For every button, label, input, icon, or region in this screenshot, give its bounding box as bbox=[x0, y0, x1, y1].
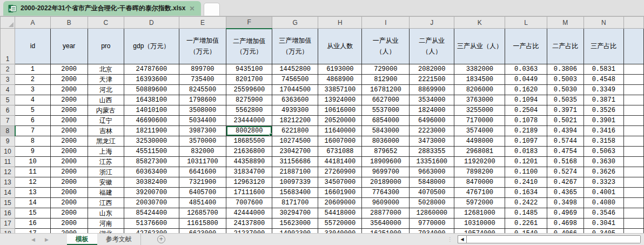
select-all-corner[interactable] bbox=[1, 17, 15, 29]
cell[interactable]: 0.3041 bbox=[583, 218, 623, 229]
cell[interactable]: 25599600 bbox=[226, 85, 272, 95]
close-icon[interactable]: ✕ bbox=[189, 5, 194, 12]
cell[interactable]: 0.2189 bbox=[505, 126, 547, 136]
cell[interactable]: 0.5063 bbox=[583, 147, 623, 157]
cell[interactable]: 17044500 bbox=[272, 85, 318, 95]
cell[interactable]: 2000 bbox=[50, 136, 88, 147]
cell-partial[interactable] bbox=[623, 95, 643, 105]
field-header[interactable]: 二产增加值 （万元） bbox=[226, 29, 272, 64]
cell[interactable]: 2968081 bbox=[454, 147, 505, 157]
cell[interactable]: 12860000 bbox=[410, 208, 454, 218]
cell[interactable]: 3570000 bbox=[179, 136, 226, 147]
sheet-next-icon[interactable]: ▶ bbox=[45, 234, 49, 245]
cell[interactable]: 3382000 bbox=[454, 64, 505, 75]
cell[interactable]: 10310000 bbox=[454, 218, 505, 229]
cell[interactable]: 0.1620 bbox=[505, 85, 547, 95]
cell[interactable]: 0.4394 bbox=[547, 126, 583, 136]
cell[interactable]: 23444000 bbox=[226, 116, 272, 126]
cell[interactable]: 0.0363 bbox=[505, 64, 547, 75]
cell[interactable]: 11640000 bbox=[318, 126, 362, 136]
cell[interactable]: 729000 bbox=[362, 64, 410, 75]
cell[interactable]: 6405700 bbox=[179, 188, 226, 198]
cell[interactable]: 7934000 bbox=[410, 229, 454, 234]
cell[interactable]: 44358890 bbox=[226, 157, 272, 167]
cell[interactable]: 50889600 bbox=[124, 85, 179, 95]
cell[interactable]: 16781200 bbox=[362, 85, 410, 95]
cell[interactable]: 0.1485 bbox=[505, 208, 547, 218]
cell[interactable]: 9435100 bbox=[226, 64, 272, 75]
cell[interactable]: 15623000 bbox=[272, 218, 318, 229]
cell[interactable]: 18685500 bbox=[226, 136, 272, 147]
cell[interactable]: 9770000 bbox=[410, 218, 454, 229]
splitter-grip-icon[interactable]: ⋮ bbox=[447, 236, 453, 242]
cell[interactable]: 6363600 bbox=[272, 95, 318, 105]
cell[interactable]: 0.3158 bbox=[583, 136, 623, 147]
sheet-tab-references[interactable]: 参考文献 bbox=[97, 234, 141, 245]
cell[interactable]: 内蒙古 bbox=[88, 105, 124, 116]
cell[interactable]: 15 bbox=[15, 208, 51, 218]
cell[interactable]: 21887100 bbox=[272, 167, 318, 177]
cell[interactable]: 河北 bbox=[88, 85, 124, 95]
cell[interactable]: 51376600 bbox=[124, 218, 179, 229]
cell[interactable]: 16601900 bbox=[318, 188, 362, 198]
cell[interactable]: 16007000 bbox=[318, 136, 362, 147]
cell[interactable]: 28877000 bbox=[362, 208, 410, 218]
row-header-7[interactable]: 7 bbox=[1, 116, 15, 126]
cell[interactable]: 20520000 bbox=[318, 116, 362, 126]
cell[interactable]: 5537000 bbox=[362, 105, 410, 116]
field-header[interactable]: year bbox=[50, 29, 88, 64]
cell[interactable]: 2000 bbox=[50, 208, 88, 218]
cell[interactable]: 2000 bbox=[50, 64, 88, 75]
cell-partial[interactable] bbox=[623, 105, 643, 116]
cell[interactable]: 4851400 bbox=[179, 198, 226, 208]
cell[interactable]: 14902300 bbox=[272, 229, 318, 234]
cell[interactable]: 8470000 bbox=[454, 177, 505, 188]
cell[interactable]: 15683400 bbox=[272, 188, 318, 198]
cell[interactable]: 2 bbox=[15, 75, 51, 85]
cell[interactable]: 8201700 bbox=[226, 75, 272, 85]
cell[interactable]: 0.3323 bbox=[583, 177, 623, 188]
cell[interactable]: 吉林 bbox=[88, 126, 124, 136]
cell[interactable]: 7456500 bbox=[272, 75, 318, 85]
cell[interactable]: 4939300 bbox=[272, 105, 318, 116]
column-header-C[interactable]: C bbox=[88, 17, 124, 29]
cell[interactable]: 899700 bbox=[179, 64, 226, 75]
cell[interactable]: 5972000 bbox=[454, 198, 505, 208]
cell[interactable]: 0.5831 bbox=[583, 64, 623, 75]
cell[interactable]: 832000 bbox=[179, 147, 226, 157]
cell[interactable]: 江苏 bbox=[88, 157, 124, 167]
row-header-11[interactable]: 11 bbox=[1, 157, 15, 167]
cell[interactable]: 5848000 bbox=[410, 177, 454, 188]
cell-partial[interactable] bbox=[623, 218, 643, 229]
cell[interactable]: 3 bbox=[15, 85, 51, 95]
cell[interactable]: 0.2422 bbox=[505, 198, 547, 208]
cell[interactable]: 2082000 bbox=[410, 64, 454, 75]
cell[interactable]: 辽宁 bbox=[88, 116, 124, 126]
cell[interactable]: 河南 bbox=[88, 218, 124, 229]
cell[interactable]: 0.0183 bbox=[505, 147, 547, 157]
cell[interactable]: 10 bbox=[15, 157, 51, 167]
cell[interactable]: 10574000 bbox=[454, 229, 505, 234]
cell[interactable]: 0.4969 bbox=[547, 208, 583, 218]
cell[interactable]: 31834700 bbox=[226, 167, 272, 177]
cell[interactable]: 7007600 bbox=[226, 198, 272, 208]
cell[interactable]: 7170000 bbox=[454, 116, 505, 126]
cell[interactable]: 0.2261 bbox=[505, 218, 547, 229]
cell[interactable]: 2223000 bbox=[410, 126, 454, 136]
cell[interactable]: 85827300 bbox=[124, 157, 179, 167]
cell[interactable]: 1834500 bbox=[454, 75, 505, 85]
cell[interactable]: 6221800 bbox=[272, 126, 318, 136]
cell[interactable]: 天津 bbox=[88, 75, 124, 85]
cell[interactable]: 17 bbox=[15, 229, 51, 234]
cell[interactable]: 0.3971 bbox=[547, 105, 583, 116]
cell[interactable]: 安徽 bbox=[88, 177, 124, 188]
cell[interactable]: 9609000 bbox=[362, 198, 410, 208]
cell[interactable]: 2000 bbox=[50, 157, 88, 167]
cell[interactable]: 2000 bbox=[50, 126, 88, 136]
cell[interactable]: 0.1634 bbox=[505, 188, 547, 198]
cell[interactable]: 2000 bbox=[50, 177, 88, 188]
cell[interactable]: 0.2410 bbox=[505, 177, 547, 188]
cell[interactable]: 4070500 bbox=[410, 188, 454, 198]
cell[interactable]: 9699700 bbox=[362, 167, 410, 177]
cell-partial[interactable] bbox=[623, 198, 643, 208]
